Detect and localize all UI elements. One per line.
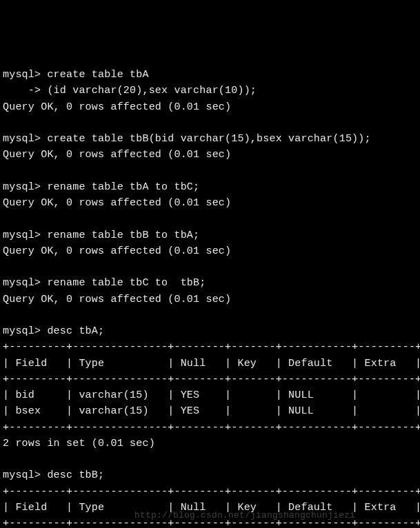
mysql-terminal: mysql> create table tbA -> (id varchar(2… — [3, 67, 417, 528]
